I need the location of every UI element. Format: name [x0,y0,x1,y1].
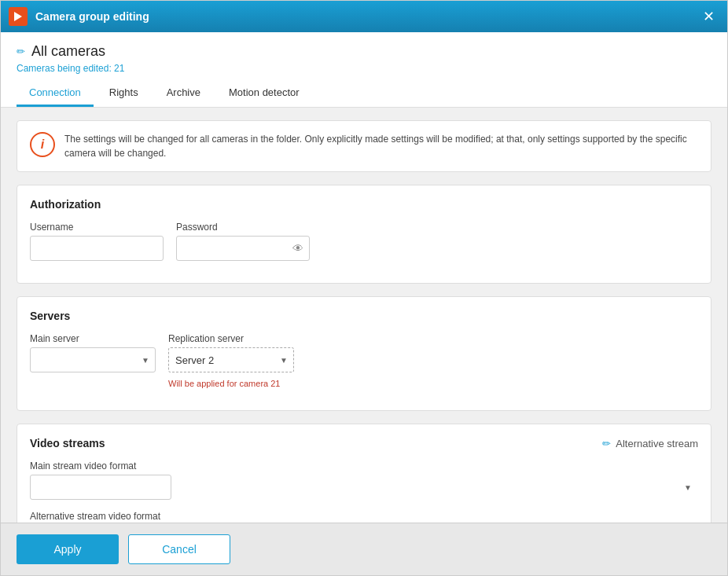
auth-form-row: Username Password 👁 [30,222,698,261]
username-label: Username [30,222,164,233]
main-format-wrapper: H.264 H.265 MJPEG ▼ [30,475,698,500]
alt-stream-link[interactable]: ✏ Alternative stream [602,438,698,449]
password-wrapper: 👁 [176,236,310,261]
app-icon [9,7,28,26]
apply-button[interactable]: Apply [17,534,119,564]
alt-stream-pencil-icon: ✏ [602,438,611,449]
edit-icon: ✏ [17,46,25,57]
main-format-select[interactable]: H.264 H.265 MJPEG [30,475,171,500]
info-icon: i [30,132,55,157]
content-area: i The settings will be changed for all c… [1,108,727,523]
main-server-wrapper: Server 1 Server 2 Server 3 ▼ [30,347,156,372]
replication-server-wrapper: Server 1 Server 2 Server 3 ▼ [168,347,294,372]
video-streams-title: Video streams [30,437,105,449]
username-group: Username [30,222,164,261]
servers-section: Servers Main server Server 1 Server 2 Se… [17,296,711,411]
replication-server-group: Replication server Server 1 Server 2 Ser… [168,333,294,388]
alt-format-group: Alternative stream video format H.264 H.… [30,511,698,523]
applied-note: Will be applied for camera 21 [168,379,294,388]
eye-icon[interactable]: 👁 [292,242,303,255]
replication-server-select[interactable]: Server 1 Server 2 Server 3 [168,347,294,372]
password-group: Password 👁 [176,222,310,261]
main-server-group: Main server Server 1 Server 2 Server 3 ▼ [30,333,156,388]
window-title: Camera group editing [35,10,697,23]
group-title: All cameras [31,43,105,60]
main-window: Camera group editing ✕ ✏ All cameras Cam… [0,0,728,576]
tab-rights[interactable]: Rights [97,80,151,107]
video-streams-section: Video streams ✏ Alternative stream Main … [17,424,711,523]
tab-motion-detector[interactable]: Motion detector [216,80,312,107]
main-format-label: Main stream video format [30,460,698,471]
tab-archive[interactable]: Archive [154,80,213,107]
video-section-header: Video streams ✏ Alternative stream [30,437,698,449]
username-input[interactable] [30,236,164,261]
replication-server-label: Replication server [168,333,294,344]
main-server-select[interactable]: Server 1 Server 2 Server 3 [30,347,156,372]
close-button[interactable]: ✕ [697,6,719,28]
cancel-button[interactable]: Cancel [128,534,230,564]
alt-stream-label: Alternative stream [616,438,698,449]
info-box: i The settings will be changed for all c… [17,120,711,172]
servers-title: Servers [30,310,698,322]
cameras-count: Cameras being edited: 21 [17,63,711,74]
servers-form-row: Main server Server 1 Server 2 Server 3 ▼… [30,333,698,388]
svg-marker-0 [14,12,22,21]
main-format-group: Main stream video format H.264 H.265 MJP… [30,460,698,500]
alt-format-label: Alternative stream video format [30,511,698,522]
header-area: ✏ All cameras Cameras being edited: 21 C… [1,32,727,108]
info-text: The settings will be changed for all cam… [64,132,698,160]
tab-bar: Connection Rights Archive Motion detecto… [17,80,711,107]
footer: Apply Cancel [1,523,727,575]
header-title-row: ✏ All cameras [17,43,711,60]
authorization-title: Authorization [30,198,698,211]
main-format-arrow-icon: ▼ [684,483,692,492]
password-label: Password [176,222,310,233]
titlebar: Camera group editing ✕ [1,1,727,32]
authorization-section: Authorization Username Password 👁 [17,185,711,284]
tab-connection[interactable]: Connection [17,80,94,107]
main-server-label: Main server [30,333,156,344]
password-input[interactable] [176,236,310,261]
